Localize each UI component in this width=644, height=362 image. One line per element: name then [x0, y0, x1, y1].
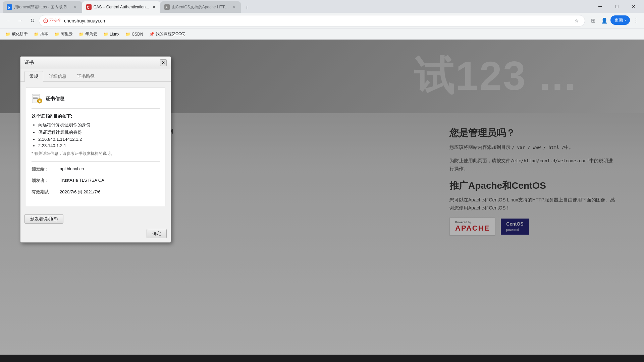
cert-purpose-heading: 这个证书的目的如下: — [32, 113, 160, 119]
dialog-footer: 颁发者说明(S) — [20, 212, 171, 226]
ok-button[interactable]: 确定 — [147, 229, 167, 238]
issued-to-label: 颁发给： — [32, 166, 58, 172]
update-button[interactable]: 更新 › — [610, 15, 630, 25]
navigation-bar: ← → ↻ ! 不安全 chenshuyi.biuayi.cn ☆ ⊞ 👤 更新… — [0, 13, 644, 29]
dialog-content-wrapper: ★ 证书信息 这个证书的目的如下: 向远程计算机证明你的身份 保证远程计算机的身… — [20, 82, 171, 212]
address-actions: ☆ — [573, 17, 581, 25]
cert-info-header: ★ 证书信息 — [32, 93, 160, 109]
minimize-button[interactable]: ─ — [592, 1, 608, 12]
dialog-tab-bar: 常规 详细信息 证书路径 — [20, 69, 171, 82]
bookmark-zccc[interactable]: 📌 我的课程(ZCCC) — [147, 30, 188, 38]
tab-2-close[interactable]: ✕ — [151, 4, 156, 10]
new-tab-button[interactable]: + — [242, 3, 252, 13]
profile-button[interactable]: 👤 — [599, 15, 610, 26]
bookmark-weihubingan[interactable]: 📁 威化饼干 — [3, 30, 31, 38]
cert-validity-field: 有效期从 2020/7/6 到 2021/7/6 — [32, 189, 160, 195]
svg-text:A: A — [165, 5, 168, 9]
cert-purpose-list: 向远程计算机证明你的身份 保证远程计算机的身份 2.16.840.1.11441… — [32, 122, 160, 148]
bookmark-liunx[interactable]: 📁 Liunx — [101, 31, 122, 38]
dialog-close-button[interactable]: ✕ — [160, 59, 167, 66]
tab-bar: b 用tomcat部署https - 国内版 Bi... ✕ C CAS – C… — [3, 0, 592, 13]
close-button[interactable]: ✕ — [626, 1, 641, 12]
purpose-item-1: 向远程计算机证明你的身份 — [38, 122, 160, 128]
tab-1-favicon: b — [7, 4, 12, 10]
bookmarks-bar: 📁 威化饼干 📁 插本 📁 阿里云 📁 华为云 📁 Liunx 📁 CSDN 📌… — [0, 29, 644, 40]
issued-by-value: TrustAsia TLS RSA CA — [60, 178, 160, 184]
window-controls: ─ □ ✕ — [592, 1, 641, 12]
security-label: 不安全 — [49, 18, 61, 23]
security-indicator: ! 不安全 — [43, 18, 61, 23]
ok-btn-wrapper: 确定 — [20, 226, 171, 242]
cert-note: * 有关详细信息，请参考证书颁发机构的说明。 — [32, 151, 160, 162]
tab-1-close[interactable]: ✕ — [73, 4, 78, 10]
browser-window: b 用tomcat部署https - 国内版 Bi... ✕ C CAS – C… — [0, 0, 644, 362]
bookmark-huaweiyun[interactable]: 📁 华为云 — [76, 30, 100, 38]
issued-by-label: 颁发者： — [32, 178, 58, 184]
forward-button[interactable]: → — [15, 15, 25, 26]
back-button[interactable]: ← — [3, 15, 13, 26]
validity-value: 2020/7/6 到 2021/7/6 — [60, 189, 160, 195]
purpose-item-2: 保证远程计算机的身份 — [38, 129, 160, 135]
svg-text:C: C — [87, 5, 90, 9]
bookmark-folder-icon-5: 📁 — [103, 32, 108, 37]
svg-rect-11 — [33, 98, 38, 99]
bookmark-folder-icon-1: 📁 — [5, 32, 10, 37]
tab-2-title: CAS – Central Authentication... — [94, 5, 149, 9]
purpose-item-3: 2.16.840.1.114412.1.2 — [38, 137, 160, 142]
purpose-item-4: 2.23.140.1.2.1 — [38, 143, 160, 148]
dialog-tab-general[interactable]: 常规 — [24, 71, 43, 82]
svg-rect-10 — [33, 97, 38, 98]
dialog-tab-details[interactable]: 详细信息 — [44, 71, 71, 81]
bookmark-folder-icon-3: 📁 — [54, 32, 59, 37]
issuer-statement-button[interactable]: 颁发者说明(S) — [24, 214, 63, 224]
url-text: chenshuyi.biuayi.cn — [64, 18, 570, 23]
bookmark-folder-icon-2: 📁 — [34, 32, 39, 37]
certificate-dialog: 证书 ✕ 常规 详细信息 证书路径 — [20, 56, 171, 243]
bookmark-folder-icon-6: 📁 — [125, 32, 130, 37]
svg-text:b: b — [8, 5, 10, 10]
address-bar[interactable]: ! 不安全 chenshuyi.biuayi.cn ☆ — [39, 15, 585, 26]
cert-info-title: 证书信息 — [46, 96, 64, 102]
tab-3-close[interactable]: ✕ — [231, 4, 237, 10]
tab-3-favicon: A — [164, 4, 170, 10]
tab-1[interactable]: b 用tomcat部署https - 国内版 Bi... ✕ — [3, 1, 82, 13]
dialog-titlebar: 证书 ✕ — [20, 57, 171, 69]
cert-issued-to-field: 颁发给： api.biuayi.cn — [32, 166, 160, 172]
extensions-button[interactable]: ⊞ — [588, 15, 598, 26]
bookmark-pin-icon: 📌 — [149, 32, 154, 37]
title-bar: b 用tomcat部署https - 国内版 Bi... ✕ C CAS – C… — [0, 0, 644, 13]
dialog-body: ★ 证书信息 这个证书的目的如下: 向远程计算机证明你的身份 保证远程计算机的身… — [26, 87, 165, 206]
svg-text:★: ★ — [38, 99, 42, 103]
cert-issued-by-field: 颁发者： TrustAsia TLS RSA CA — [32, 178, 160, 184]
tab-3[interactable]: A 由CentOS支持的Apache HTTP... ✕ — [160, 1, 241, 13]
tab-3-title: 由CentOS支持的Apache HTTP... — [172, 4, 229, 10]
validity-label: 有效期从 — [32, 189, 58, 195]
svg-rect-9 — [33, 96, 39, 96]
bookmark-csdn[interactable]: 📁 CSDN — [123, 31, 146, 38]
tab-2[interactable]: C CAS – Central Authentication... ✕ — [82, 1, 160, 13]
dialog-tab-path[interactable]: 证书路径 — [72, 71, 100, 81]
content-area: 试123 ... TP服务器后测试其是否正常运行。如果您可以阅读此页面，则正常运… — [0, 40, 644, 355]
bookmark-chaben[interactable]: 📁 插本 — [31, 30, 51, 38]
refresh-button[interactable]: ↻ — [27, 15, 38, 26]
svg-text:!: ! — [45, 19, 46, 23]
maximize-button[interactable]: □ — [609, 1, 625, 12]
tab-1-title: 用tomcat部署https - 国内版 Bi... — [14, 4, 71, 10]
bookmark-aliyun[interactable]: 📁 阿里云 — [52, 30, 75, 38]
menu-button[interactable]: ⋮ — [631, 15, 641, 26]
bottom-bar — [0, 355, 644, 362]
bookmark-star-icon[interactable]: ☆ — [573, 17, 581, 25]
dialog-title: 证书 — [24, 60, 34, 66]
issued-to-value: api.biuayi.cn — [60, 166, 160, 172]
bookmark-folder-icon-4: 📁 — [79, 32, 84, 37]
cert-icon: ★ — [32, 93, 42, 105]
tab-2-favicon: C — [86, 4, 92, 10]
toolbar-right: ⊞ 👤 更新 › ⋮ — [588, 15, 641, 26]
